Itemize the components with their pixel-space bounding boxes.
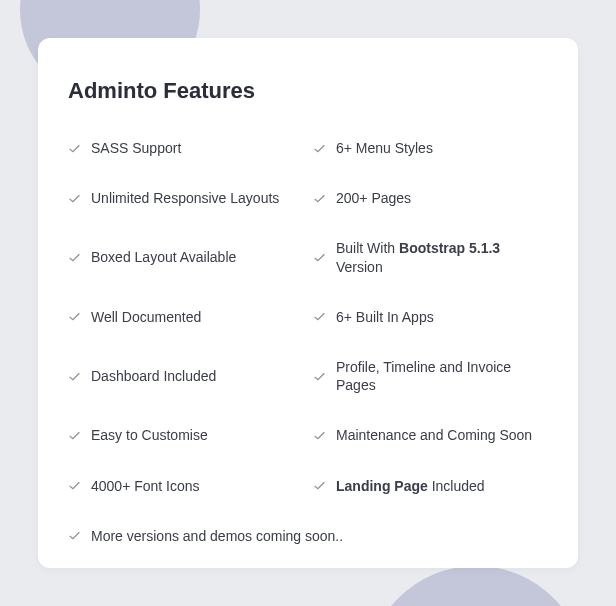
feature-text: Built With Bootstrap 5.1.3 Version: [336, 239, 548, 275]
feature-item: Profile, Timeline and Invoice Pages: [313, 358, 548, 394]
check-icon: [313, 142, 326, 155]
check-icon: [68, 192, 81, 205]
feature-item-footer: More versions and demos coming soon..: [68, 527, 548, 545]
check-icon: [68, 529, 81, 542]
check-icon: [68, 429, 81, 442]
feature-text: Maintenance and Coming Soon: [336, 426, 532, 444]
check-icon: [313, 251, 326, 264]
feature-text: Landing Page Included: [336, 477, 485, 495]
features-grid: SASS Support 6+ Menu Styles Unlimited Re…: [68, 139, 548, 545]
feature-item: SASS Support: [68, 139, 303, 157]
feature-text: More versions and demos coming soon..: [91, 527, 343, 545]
feature-item: Built With Bootstrap 5.1.3 Version: [313, 239, 548, 275]
feature-text: Unlimited Responsive Layouts: [91, 189, 279, 207]
check-icon: [68, 370, 81, 383]
feature-text: Dashboard Included: [91, 367, 216, 385]
feature-text: 4000+ Font Icons: [91, 477, 200, 495]
check-icon: [68, 310, 81, 323]
feature-item: Maintenance and Coming Soon: [313, 426, 548, 444]
feature-item: Well Documented: [68, 308, 303, 326]
feature-item: 4000+ Font Icons: [68, 477, 303, 495]
features-card: Adminto Features SASS Support 6+ Menu St…: [38, 38, 578, 568]
check-icon: [313, 479, 326, 492]
feature-text: Easy to Customise: [91, 426, 208, 444]
check-icon: [313, 429, 326, 442]
feature-text: 6+ Built In Apps: [336, 308, 434, 326]
check-icon: [313, 192, 326, 205]
feature-item: 6+ Menu Styles: [313, 139, 548, 157]
check-icon: [68, 479, 81, 492]
feature-item: Unlimited Responsive Layouts: [68, 189, 303, 207]
check-icon: [68, 251, 81, 264]
feature-item: 200+ Pages: [313, 189, 548, 207]
feature-item: Landing Page Included: [313, 477, 548, 495]
check-icon: [68, 142, 81, 155]
feature-text: 6+ Menu Styles: [336, 139, 433, 157]
feature-item: Easy to Customise: [68, 426, 303, 444]
feature-text: 200+ Pages: [336, 189, 411, 207]
check-icon: [313, 370, 326, 383]
feature-text: Profile, Timeline and Invoice Pages: [336, 358, 548, 394]
feature-item: 6+ Built In Apps: [313, 308, 548, 326]
background-circle-bottom: [366, 566, 586, 606]
feature-item: Boxed Layout Available: [68, 239, 303, 275]
feature-text: Well Documented: [91, 308, 201, 326]
card-title: Adminto Features: [68, 78, 548, 104]
check-icon: [313, 310, 326, 323]
feature-text: SASS Support: [91, 139, 181, 157]
feature-item: Dashboard Included: [68, 358, 303, 394]
feature-text: Boxed Layout Available: [91, 248, 236, 266]
